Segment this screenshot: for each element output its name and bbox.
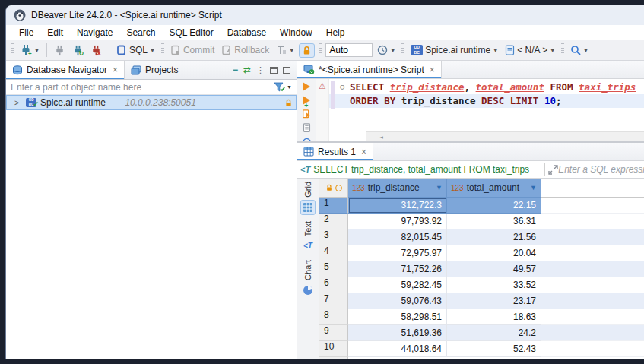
execute-script-icon[interactable] bbox=[302, 109, 312, 119]
connection-tree-item[interactable]: > ODBC ✓ Spice.ai runtime - 10.0.0.238:5… bbox=[6, 95, 297, 110]
title-bar[interactable]: DBeaver Lite 24.2.0 - <Spice.ai runtime>… bbox=[6, 5, 644, 25]
editor-horizontal-scrollbar[interactable]: ◄ bbox=[366, 131, 644, 141]
chevron-down-icon[interactable]: ▼ bbox=[34, 48, 40, 53]
row-number-cell[interactable]: 10 bbox=[319, 341, 348, 357]
chevron-down-icon[interactable]: ▼ bbox=[287, 84, 292, 90]
row-number-cell[interactable]: 3 bbox=[319, 229, 348, 245]
sql-editor-button[interactable]: SQL ▼ bbox=[114, 43, 157, 57]
commit-button[interactable]: Commit bbox=[168, 43, 217, 57]
view-menu-icon[interactable]: ⋮ bbox=[256, 66, 265, 74]
trip-distance-cell[interactable]: 59,076.43 bbox=[348, 293, 447, 309]
menu-item[interactable]: Database bbox=[220, 27, 273, 38]
chevron-down-icon[interactable]: ▼ bbox=[289, 48, 294, 53]
object-filter-input[interactable] bbox=[6, 82, 274, 93]
total-amount-cell[interactable]: 22.15 bbox=[447, 198, 541, 214]
total-amount-cell[interactable]: 36.31 bbox=[447, 214, 541, 229]
trip-distance-cell[interactable]: 44,018.64 bbox=[348, 341, 447, 357]
close-icon[interactable]: × bbox=[113, 65, 118, 75]
total-amount-cell[interactable]: 49.57 bbox=[447, 261, 541, 277]
tab-sql-script[interactable]: *<Spice.ai runtime> Script × bbox=[297, 61, 442, 78]
grid-corner-cell[interactable] bbox=[319, 179, 348, 198]
rollback-button[interactable]: Rollback bbox=[219, 43, 271, 57]
menu-item[interactable]: Search bbox=[119, 27, 162, 38]
table-row[interactable]: 759,076.4323.17 bbox=[319, 293, 644, 309]
transaction-history-button[interactable]: ▼ bbox=[375, 43, 398, 57]
close-icon[interactable]: × bbox=[361, 147, 366, 157]
tab-projects[interactable]: Projects bbox=[125, 61, 184, 79]
total-amount-cell[interactable]: 33.52 bbox=[447, 277, 541, 293]
tab-text-view[interactable]: Text <T bbox=[300, 221, 316, 254]
active-connection-selector[interactable]: ODBC Spice.ai runtime ▼ bbox=[408, 43, 500, 57]
new-connection-button[interactable]: + ▼ bbox=[17, 43, 42, 58]
menu-item[interactable]: Window bbox=[273, 27, 319, 38]
trip-distance-cell[interactable]: 58,298.51 bbox=[348, 309, 447, 325]
sort-desc-icon[interactable]: ▼ bbox=[436, 184, 443, 191]
filter-funnel-icon[interactable] bbox=[274, 82, 285, 92]
menu-item[interactable]: File bbox=[12, 27, 40, 38]
more-tools-icon[interactable] bbox=[302, 138, 312, 141]
trip-distance-cell[interactable]: 97,793.92 bbox=[348, 214, 447, 229]
total-amount-cell[interactable]: 21.56 bbox=[447, 229, 541, 245]
tab-grid-view[interactable]: Grid bbox=[300, 182, 316, 215]
transaction-log-button[interactable]: ▼ bbox=[274, 43, 297, 57]
row-number-cell[interactable]: 7 bbox=[319, 293, 348, 309]
trip-distance-cell[interactable]: 59,282.45 bbox=[348, 277, 447, 293]
total-amount-cell[interactable]: 52.43 bbox=[447, 341, 541, 357]
chevron-down-icon[interactable]: ▼ bbox=[550, 48, 555, 53]
total-amount-cell[interactable]: 24.2 bbox=[447, 325, 541, 341]
row-number-cell[interactable]: 6 bbox=[319, 277, 348, 293]
sql-code-area[interactable]: ⊖ SELECT trip_distance, total_amount FRO… bbox=[329, 79, 644, 141]
sort-desc-icon[interactable]: ▼ bbox=[530, 184, 537, 191]
tree-expander-icon[interactable]: > bbox=[14, 99, 22, 107]
row-number-cell[interactable]: 8 bbox=[319, 309, 348, 325]
results-filter-input[interactable] bbox=[558, 164, 644, 175]
chevron-down-icon[interactable]: ▼ bbox=[583, 48, 588, 53]
total-amount-cell[interactable]: 23.17 bbox=[447, 293, 541, 309]
execute-new-tab-icon[interactable]: + bbox=[303, 96, 310, 105]
chevron-down-icon[interactable]: ▼ bbox=[150, 48, 155, 53]
row-number-cell[interactable]: 4 bbox=[319, 245, 348, 261]
column-header-trip-distance[interactable]: 123 trip_distance ▼ bbox=[348, 179, 447, 198]
menu-item[interactable]: SQL Editor bbox=[162, 27, 220, 38]
table-row[interactable]: 659,282.4533.52 bbox=[319, 277, 644, 293]
table-row[interactable]: 1312,722.322.15 bbox=[319, 198, 644, 214]
reconnect-button[interactable]: ↻ bbox=[70, 43, 86, 58]
connection-lock-toggle[interactable] bbox=[299, 43, 315, 58]
close-icon[interactable]: × bbox=[430, 65, 435, 75]
table-row[interactable]: 382,015.4521.56 bbox=[319, 229, 644, 245]
collapse-all-icon[interactable]: − bbox=[233, 65, 238, 74]
tab-chart-view[interactable]: Chart bbox=[300, 260, 316, 298]
trip-distance-cell[interactable]: 72,975.97 bbox=[348, 245, 447, 261]
chevron-down-icon[interactable]: ▼ bbox=[493, 48, 498, 53]
table-row[interactable]: 951,619.3624.2 bbox=[319, 325, 644, 341]
chevron-down-icon[interactable]: ▼ bbox=[390, 48, 395, 53]
table-row[interactable]: 571,752.2649.57 bbox=[319, 261, 644, 277]
sql-line-1[interactable]: ⊖ SELECT trip_distance, total_amount FRO… bbox=[329, 81, 644, 94]
expand-filter-icon[interactable] bbox=[548, 165, 558, 175]
menu-item[interactable]: Navigate bbox=[70, 27, 119, 38]
column-header-total-amount[interactable]: 123 total_amount ▼ bbox=[447, 179, 541, 198]
disconnect-button[interactable]: ✕ bbox=[88, 43, 104, 58]
trip-distance-cell[interactable]: 312,722.3 bbox=[348, 198, 447, 214]
minimize-view-icon[interactable] bbox=[270, 67, 278, 74]
commit-mode-combo[interactable] bbox=[325, 43, 373, 57]
sql-line-2[interactable]: ORDER BY trip_distance DESC LIMIT 10; bbox=[329, 94, 644, 108]
table-row[interactable]: 297,793.9236.31 bbox=[319, 214, 644, 229]
active-database-selector[interactable]: < N/A > ▼ bbox=[503, 43, 557, 57]
table-row[interactable]: 858,298.5118.63 bbox=[319, 309, 644, 325]
total-amount-cell[interactable]: 18.63 bbox=[447, 309, 541, 325]
connect-button[interactable] bbox=[52, 43, 68, 58]
tab-database-navigator[interactable]: Database Navigator × bbox=[6, 61, 125, 79]
row-number-cell[interactable]: 1 bbox=[319, 198, 348, 214]
row-number-cell[interactable]: 5 bbox=[319, 261, 348, 277]
search-button[interactable]: ▼ bbox=[568, 43, 591, 57]
trip-distance-cell[interactable]: 51,619.36 bbox=[348, 325, 447, 341]
script-manager-icon[interactable] bbox=[302, 123, 312, 132]
tab-results-1[interactable]: Results 1 × bbox=[297, 143, 373, 160]
trip-distance-cell[interactable]: 71,752.26 bbox=[348, 261, 447, 277]
execute-statement-icon[interactable] bbox=[303, 82, 310, 91]
table-row[interactable]: 1044,018.6452.43 bbox=[319, 341, 644, 357]
menu-item[interactable]: Help bbox=[319, 27, 352, 38]
trip-distance-cell[interactable]: 82,015.45 bbox=[348, 229, 447, 245]
row-number-cell[interactable]: 9 bbox=[319, 325, 348, 341]
